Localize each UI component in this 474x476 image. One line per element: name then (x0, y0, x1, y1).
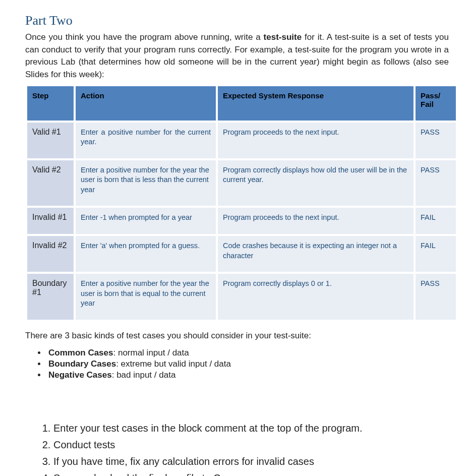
col-step: Step (27, 86, 74, 123)
cell-response: Program proceeds to the next input. (218, 208, 413, 236)
cell-passfail: PASS (416, 160, 456, 208)
col-response: Expected System Response (218, 86, 413, 123)
cell-step: Invalid #2 (27, 236, 74, 274)
table-row: Invalid #1 Enter -1 when prompted for a … (27, 208, 456, 236)
cell-action: Enter a positive number for the year the… (76, 160, 216, 208)
cell-action: Enter a positive number for the current … (76, 123, 216, 160)
table-row: Valid #2 Enter a positive number for the… (27, 160, 456, 208)
cell-response: Program correctly displays how old the u… (218, 160, 413, 208)
intro-paragraph: Once you think you have the program abov… (25, 31, 449, 81)
list-item: If you have time, fix any calculation er… (53, 454, 449, 469)
instruction-steps: Enter your test cases in the block comme… (40, 421, 449, 476)
cell-action: Enter -1 when prompted for a year (76, 208, 216, 236)
list-item: Save and upload the final .py file to Ca… (53, 470, 449, 476)
cell-passfail: FAIL (416, 236, 456, 274)
col-action: Action (76, 86, 216, 123)
case-rest: : bad input / data (112, 370, 176, 380)
cell-step: Invalid #1 (27, 208, 74, 236)
table-row: Invalid #2 Enter 'a' when prompted for a… (27, 236, 456, 274)
col-passfail: Pass/ Fail (416, 86, 456, 123)
list-item: Boundary Cases: extreme but valid input … (46, 359, 449, 369)
test-suite-table: Step Action Expected System Response Pas… (25, 86, 458, 322)
cell-response: Code crashes because it is expecting an … (218, 236, 413, 274)
cell-step: Boundary #1 (27, 274, 74, 322)
intro-bold: test-suite (264, 32, 302, 42)
table-row: Boundary #1 Enter a positive number for … (27, 274, 456, 322)
cell-action: Enter a positive number for the year the… (76, 274, 216, 322)
page: Part Two Once you think you have the pro… (0, 0, 474, 476)
cell-passfail: PASS (416, 123, 456, 160)
case-rest: : normal input / data (113, 348, 189, 358)
list-item: Common Cases: normal input / data (46, 348, 449, 358)
case-rest: : extreme but valid input / data (116, 359, 231, 369)
list-item: Negative Cases: bad input / data (46, 370, 449, 380)
cell-action: Enter 'a' when prompted for a guess. (76, 236, 216, 274)
case-bold: Negative Cases (48, 370, 112, 380)
list-item: Conduct tests (53, 437, 449, 453)
after-table-text: There are 3 basic kinds of test cases yo… (25, 331, 449, 341)
intro-text-part1: Once you think you have the program abov… (25, 32, 264, 42)
list-item: Enter your test cases in the block comme… (53, 421, 449, 436)
case-types-list: Common Cases: normal input / data Bounda… (46, 348, 449, 380)
cell-step: Valid #2 (27, 160, 74, 208)
cell-step: Valid #1 (27, 123, 74, 160)
table-header-row: Step Action Expected System Response Pas… (27, 86, 456, 123)
cell-passfail: FAIL (416, 208, 456, 236)
cell-passfail: PASS (416, 274, 456, 322)
section-heading: Part Two (25, 13, 449, 28)
table-row: Valid #1 Enter a positive number for the… (27, 123, 456, 160)
case-bold: Common Cases (48, 348, 113, 358)
cell-response: Program proceeds to the next input. (218, 123, 413, 160)
case-bold: Boundary Cases (48, 359, 116, 369)
cell-response: Program correctly displays 0 or 1. (218, 274, 413, 322)
